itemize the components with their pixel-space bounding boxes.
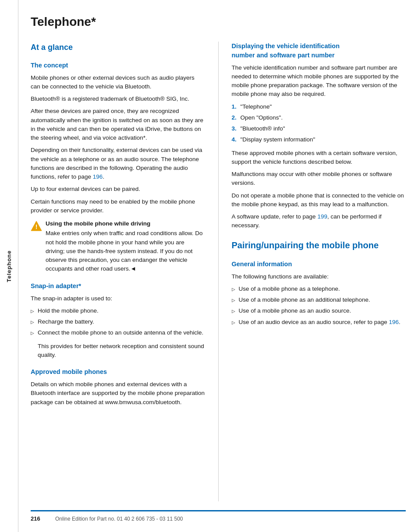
snap-in-list: Hold the mobile phone. Recharge the batt… xyxy=(31,307,205,338)
concept-para-3: After these devices are paired once, the… xyxy=(31,107,205,142)
pairing-item-1: Use of a mobile phone as a telephone. xyxy=(232,285,406,293)
step-1: 1."Telephone" xyxy=(232,102,406,111)
snap-in-note: This provides for better network recepti… xyxy=(38,342,205,360)
display-vehicle-heading: Displaying the vehicle identificationnum… xyxy=(232,42,406,60)
link-196-right[interactable]: 196 xyxy=(389,319,399,325)
warning-body: Make entries only when traffic and road … xyxy=(46,230,202,272)
pairing-item-4: Use of an audio device as an audio sourc… xyxy=(232,318,406,327)
footer-page-number: 216 xyxy=(31,515,48,523)
svg-text:!: ! xyxy=(35,223,38,230)
display-vehicle-para-5: A software update, refer to page 199, ca… xyxy=(232,212,406,230)
footer-text: Online Edition for Part no. 01 40 2 606 … xyxy=(55,515,183,523)
footer: 216 Online Edition for Part no. 01 40 2 … xyxy=(31,510,406,523)
warning-box: ! Using the mobile phone while driving M… xyxy=(31,219,205,274)
concept-para-5: Up to four external devices can be paire… xyxy=(31,185,205,194)
snap-in-item-2: Recharge the battery. xyxy=(31,317,205,326)
snap-in-note-text: This provides for better network recepti… xyxy=(38,342,205,360)
snap-in-intro: The snap-in adapter is used to: xyxy=(31,294,205,303)
display-vehicle-para-1: The vehicle identification number and so… xyxy=(232,63,406,99)
link-196-left[interactable]: 196 xyxy=(93,173,103,180)
page-title: Telephone* xyxy=(31,13,406,31)
pairing-item-2: Use of a mobile phone as an additional t… xyxy=(232,296,406,304)
concept-para-6: Certain functions may need to be enabled… xyxy=(31,197,205,215)
at-a-glance-heading: At a glance xyxy=(31,42,205,53)
approved-phones-text: Details on which mobile phones and exter… xyxy=(31,380,205,407)
display-vehicle-para-4: Do not operate a mobile phone that is co… xyxy=(232,191,406,209)
snap-in-item-3: Connect the mobile phone to an outside a… xyxy=(31,328,205,337)
approved-phones-heading: Approved mobile phones xyxy=(31,367,205,377)
sidebar-label: Telephone xyxy=(6,250,12,282)
step-4: 4."Display system information" xyxy=(232,135,406,144)
general-info-intro: The following functions are available: xyxy=(232,272,406,281)
pairing-functions-list: Use of a mobile phone as a telephone. Us… xyxy=(232,285,406,327)
concept-heading: The concept xyxy=(31,61,205,70)
snap-in-item-1: Hold the mobile phone. xyxy=(31,307,205,315)
pairing-item-3: Use of a mobile phone as an audio source… xyxy=(232,307,406,315)
snap-in-heading: Snap-in adapter* xyxy=(31,282,205,291)
warning-icon: ! xyxy=(31,220,42,232)
column-divider xyxy=(218,42,219,502)
step-2: 2.Open "Options". xyxy=(232,113,406,122)
pairing-heading: Pairing/unpairing the mobile phone xyxy=(232,239,406,252)
main-content: Telephone* At a glance The concept Mobil… xyxy=(18,0,418,532)
display-vehicle-para-2: These approved mobile phones with a cert… xyxy=(232,149,406,167)
display-vehicle-para-3: Malfunctions may occur with other mobile… xyxy=(232,170,406,188)
link-199[interactable]: 199 xyxy=(317,213,327,220)
step-3: 3."Bluetooth® info" xyxy=(232,124,406,133)
general-info-heading: General information xyxy=(232,260,406,269)
concept-para-4: Depending on their functionality, extern… xyxy=(31,146,205,181)
left-column: At a glance The concept Mobile phones or… xyxy=(31,42,205,502)
sidebar: Telephone xyxy=(0,0,18,532)
warning-title: Using the mobile phone while driving xyxy=(46,219,205,228)
right-column: Displaying the vehicle identificationnum… xyxy=(232,42,406,502)
display-vehicle-steps: 1."Telephone" 2.Open "Options". 3."Bluet… xyxy=(232,102,406,144)
warning-text: Using the mobile phone while driving Mak… xyxy=(46,219,205,274)
concept-para-2: Bluetooth® is a registered trademark of … xyxy=(31,95,205,103)
concept-para-1: Mobile phones or other external devices … xyxy=(31,74,205,92)
